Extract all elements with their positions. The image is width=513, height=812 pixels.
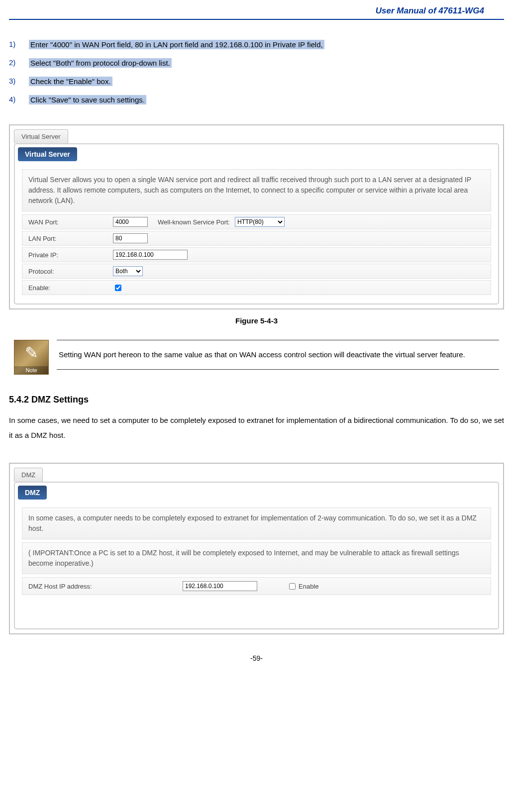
instruction-list: 1) Enter "4000" in WAN Port field, 80 in… — [9, 40, 504, 104]
step-num-2: 2) — [9, 58, 29, 67]
step-3: 3) Check the "Enable" box. — [9, 77, 504, 86]
dmz-enable-checkbox[interactable] — [289, 583, 296, 590]
tab-dmz[interactable]: DMZ — [14, 468, 43, 482]
dmz-paragraph: In some cases, we need to set a computer… — [9, 413, 504, 443]
step-num-3: 3) — [9, 77, 29, 85]
note-icon — [14, 340, 49, 375]
dmz-desc-2: ( IMPORTANT:Once a PC is set to a DMZ ho… — [22, 542, 491, 574]
step-1: 1) Enter "4000" in WAN Port field, 80 in… — [9, 40, 504, 49]
private-ip-input[interactable] — [113, 250, 188, 260]
wellknown-select[interactable]: HTTP(80) — [235, 217, 285, 227]
note-block: Setting WAN port hereon to the same valu… — [14, 340, 499, 375]
vs-panel-title: Virtual Server — [18, 147, 77, 161]
vs-tab-strip: Virtual Server — [11, 126, 502, 143]
label-wan-port: WAN Port: — [28, 218, 113, 226]
label-enable: Enable: — [28, 284, 113, 292]
dmz-host-input[interactable] — [183, 581, 257, 591]
step-text-4: Click "Save" to save such settings. — [29, 95, 146, 104]
note-text: Setting WAN port hereon to the same valu… — [57, 340, 499, 370]
row-private-ip: Private IP: — [22, 247, 491, 262]
lan-port-input[interactable] — [113, 233, 148, 243]
vs-panel: Virtual Server Virtual Server allows you… — [14, 143, 499, 304]
enable-checkbox[interactable] — [115, 285, 121, 291]
page-number: -59- — [9, 654, 504, 662]
vs-panel-body: Virtual Server allows you to open a sing… — [15, 164, 498, 304]
page-header-title: User Manual of 47611-WG4 — [9, 0, 504, 20]
label-lan-port: LAN Port: — [28, 235, 113, 242]
vs-description: Virtual Server allows you to open a sing… — [22, 169, 491, 211]
label-dmz-host: DMZ Host IP address: — [28, 583, 183, 590]
step-2: 2) Select "Both" from protocol drop-down… — [9, 58, 504, 68]
virtual-server-screenshot: Virtual Server Virtual Server Virtual Se… — [9, 124, 504, 309]
step-text-2: Select "Both" from protocol drop-down li… — [29, 58, 172, 68]
row-lan-port: LAN Port: — [22, 231, 491, 246]
row-dmz-host: DMZ Host IP address: Enable — [22, 577, 491, 595]
dmz-desc-1: In some cases, a computer needs to be co… — [22, 508, 491, 539]
section-heading-dmz: 5.4.2 DMZ Settings — [9, 395, 504, 405]
dmz-panel-title: DMZ — [18, 486, 47, 500]
step-num-1: 1) — [9, 40, 29, 48]
dmz-panel-body: In some cases, a computer needs to be co… — [15, 503, 498, 628]
dmz-screenshot: DMZ DMZ In some cases, a computer needs … — [9, 463, 504, 634]
label-wellknown: Well-known Service Port: — [158, 218, 230, 226]
dmz-tab-strip: DMZ — [11, 465, 502, 482]
step-text-1: Enter "4000" in WAN Port field, 80 in LA… — [29, 40, 324, 49]
dmz-panel: DMZ In some cases, a computer needs to b… — [14, 482, 499, 629]
step-4: 4) Click "Save" to save such settings. — [9, 95, 504, 104]
label-protocol: Protocol: — [28, 268, 113, 275]
dmz-enable-label: Enable — [299, 583, 318, 590]
row-protocol: Protocol: Both — [22, 264, 491, 279]
row-enable: Enable: — [22, 280, 491, 295]
protocol-select[interactable]: Both — [113, 266, 143, 276]
step-num-4: 4) — [9, 95, 29, 103]
row-wan-port: WAN Port: Well-known Service Port: HTTP(… — [22, 214, 491, 229]
tab-virtual-server[interactable]: Virtual Server — [14, 129, 68, 143]
wan-port-input[interactable] — [113, 217, 148, 227]
label-private-ip: Private IP: — [28, 251, 113, 259]
figure1-caption: Figure 5-4-3 — [9, 316, 504, 325]
step-text-3: Check the "Enable" box. — [29, 77, 112, 86]
